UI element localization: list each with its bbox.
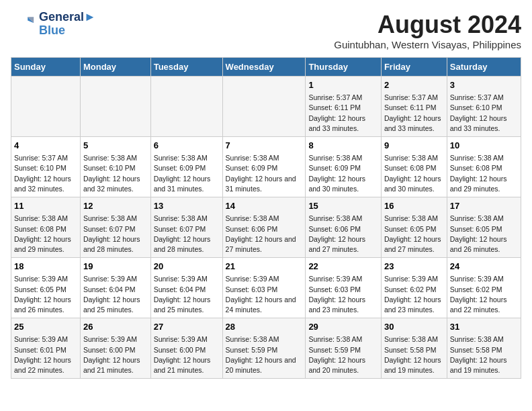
day-content: Sunrise: 5:39 AM Sunset: 6:00 PM Dayligh… bbox=[154, 334, 220, 375]
day-content: Sunrise: 5:39 AM Sunset: 6:01 PM Dayligh… bbox=[14, 334, 77, 375]
day-content: Sunrise: 5:38 AM Sunset: 6:07 PM Dayligh… bbox=[83, 214, 148, 255]
calendar-cell: 15Sunrise: 5:38 AM Sunset: 6:06 PM Dayli… bbox=[306, 197, 382, 258]
day-content: Sunrise: 5:38 AM Sunset: 5:58 PM Dayligh… bbox=[450, 334, 518, 375]
calendar-body: 1Sunrise: 5:37 AM Sunset: 6:11 PM Daylig… bbox=[11, 77, 521, 379]
day-number: 3 bbox=[450, 79, 518, 91]
day-number: 11 bbox=[14, 200, 77, 212]
day-content: Sunrise: 5:38 AM Sunset: 6:08 PM Dayligh… bbox=[384, 153, 444, 194]
calendar-cell: 9Sunrise: 5:38 AM Sunset: 6:08 PM Daylig… bbox=[381, 137, 447, 197]
calendar-cell: 28Sunrise: 5:38 AM Sunset: 5:59 PM Dayli… bbox=[222, 318, 306, 379]
header-cell-monday: Monday bbox=[80, 58, 150, 77]
week-row-1: 1Sunrise: 5:37 AM Sunset: 6:11 PM Daylig… bbox=[11, 77, 521, 137]
day-content: Sunrise: 5:39 AM Sunset: 6:04 PM Dayligh… bbox=[154, 274, 220, 315]
day-number: 29 bbox=[308, 321, 378, 333]
calendar-cell: 18Sunrise: 5:39 AM Sunset: 6:05 PM Dayli… bbox=[11, 258, 81, 318]
calendar-cell: 7Sunrise: 5:38 AM Sunset: 6:09 PM Daylig… bbox=[222, 137, 306, 197]
day-number: 28 bbox=[226, 321, 303, 333]
calendar-cell: 8Sunrise: 5:38 AM Sunset: 6:09 PM Daylig… bbox=[306, 137, 382, 197]
calendar-cell: 4Sunrise: 5:37 AM Sunset: 6:10 PM Daylig… bbox=[11, 137, 81, 197]
calendar-cell: 16Sunrise: 5:38 AM Sunset: 6:05 PM Dayli… bbox=[381, 197, 447, 258]
calendar-cell: 5Sunrise: 5:38 AM Sunset: 6:10 PM Daylig… bbox=[80, 137, 150, 197]
header-cell-friday: Friday bbox=[381, 58, 447, 77]
calendar-header: SundayMondayTuesdayWednesdayThursdayFrid… bbox=[11, 58, 521, 77]
day-number: 19 bbox=[83, 261, 148, 273]
week-row-4: 18Sunrise: 5:39 AM Sunset: 6:05 PM Dayli… bbox=[11, 258, 521, 318]
calendar-cell: 1Sunrise: 5:37 AM Sunset: 6:11 PM Daylig… bbox=[306, 77, 382, 137]
day-number: 13 bbox=[154, 200, 220, 212]
day-content: Sunrise: 5:38 AM Sunset: 6:09 PM Dayligh… bbox=[154, 153, 220, 194]
calendar-cell: 11Sunrise: 5:38 AM Sunset: 6:08 PM Dayli… bbox=[11, 197, 81, 258]
logo: General► Blue bbox=[11, 11, 96, 38]
calendar-cell: 6Sunrise: 5:38 AM Sunset: 6:09 PM Daylig… bbox=[150, 137, 222, 197]
day-content: Sunrise: 5:39 AM Sunset: 6:03 PM Dayligh… bbox=[226, 274, 303, 315]
day-number: 22 bbox=[308, 261, 378, 273]
day-number: 17 bbox=[450, 200, 518, 212]
day-content: Sunrise: 5:38 AM Sunset: 5:59 PM Dayligh… bbox=[226, 334, 303, 375]
calendar-cell: 26Sunrise: 5:39 AM Sunset: 6:00 PM Dayli… bbox=[80, 318, 150, 379]
day-number: 8 bbox=[308, 140, 378, 152]
day-number: 15 bbox=[308, 200, 378, 212]
day-number: 2 bbox=[384, 79, 444, 91]
header-row: SundayMondayTuesdayWednesdayThursdayFrid… bbox=[11, 58, 521, 77]
calendar-cell: 13Sunrise: 5:38 AM Sunset: 6:07 PM Dayli… bbox=[150, 197, 222, 258]
page-header: General► Blue August 2024 Guintubhan, We… bbox=[11, 11, 521, 50]
day-number: 18 bbox=[14, 261, 77, 273]
week-row-3: 11Sunrise: 5:38 AM Sunset: 6:08 PM Dayli… bbox=[11, 197, 521, 258]
day-content: Sunrise: 5:37 AM Sunset: 6:11 PM Dayligh… bbox=[384, 93, 444, 134]
day-content: Sunrise: 5:38 AM Sunset: 6:05 PM Dayligh… bbox=[450, 214, 518, 255]
day-content: Sunrise: 5:37 AM Sunset: 6:10 PM Dayligh… bbox=[14, 153, 77, 194]
header-cell-saturday: Saturday bbox=[447, 58, 521, 77]
day-content: Sunrise: 5:38 AM Sunset: 6:08 PM Dayligh… bbox=[450, 153, 518, 194]
day-number: 4 bbox=[14, 140, 77, 152]
day-content: Sunrise: 5:38 AM Sunset: 6:05 PM Dayligh… bbox=[384, 214, 444, 255]
day-content: Sunrise: 5:39 AM Sunset: 6:04 PM Dayligh… bbox=[83, 274, 148, 315]
day-content: Sunrise: 5:37 AM Sunset: 6:10 PM Dayligh… bbox=[450, 93, 518, 134]
calendar-cell: 24Sunrise: 5:39 AM Sunset: 6:02 PM Dayli… bbox=[447, 258, 521, 318]
title-area: August 2024 Guintubhan, Western Visayas,… bbox=[334, 11, 521, 50]
calendar-cell: 3Sunrise: 5:37 AM Sunset: 6:10 PM Daylig… bbox=[447, 77, 521, 137]
week-row-2: 4Sunrise: 5:37 AM Sunset: 6:10 PM Daylig… bbox=[11, 137, 521, 197]
calendar-cell: 23Sunrise: 5:39 AM Sunset: 6:02 PM Dayli… bbox=[381, 258, 447, 318]
calendar-cell: 10Sunrise: 5:38 AM Sunset: 6:08 PM Dayli… bbox=[447, 137, 521, 197]
calendar-cell bbox=[80, 77, 150, 137]
day-number: 31 bbox=[450, 321, 518, 333]
day-content: Sunrise: 5:38 AM Sunset: 5:59 PM Dayligh… bbox=[308, 334, 378, 375]
day-number: 21 bbox=[226, 261, 303, 273]
calendar-cell: 12Sunrise: 5:38 AM Sunset: 6:07 PM Dayli… bbox=[80, 197, 150, 258]
calendar-cell: 14Sunrise: 5:38 AM Sunset: 6:06 PM Dayli… bbox=[222, 197, 306, 258]
calendar-cell: 17Sunrise: 5:38 AM Sunset: 6:05 PM Dayli… bbox=[447, 197, 521, 258]
calendar-cell: 25Sunrise: 5:39 AM Sunset: 6:01 PM Dayli… bbox=[11, 318, 81, 379]
day-number: 16 bbox=[384, 200, 444, 212]
day-content: Sunrise: 5:38 AM Sunset: 5:58 PM Dayligh… bbox=[384, 334, 444, 375]
day-number: 24 bbox=[450, 261, 518, 273]
day-content: Sunrise: 5:38 AM Sunset: 6:06 PM Dayligh… bbox=[308, 214, 378, 255]
day-content: Sunrise: 5:38 AM Sunset: 6:07 PM Dayligh… bbox=[154, 214, 220, 255]
calendar-cell: 30Sunrise: 5:38 AM Sunset: 5:58 PM Dayli… bbox=[381, 318, 447, 379]
calendar-cell bbox=[222, 77, 306, 137]
day-number: 27 bbox=[154, 321, 220, 333]
day-content: Sunrise: 5:37 AM Sunset: 6:11 PM Dayligh… bbox=[308, 93, 378, 134]
week-row-5: 25Sunrise: 5:39 AM Sunset: 6:01 PM Dayli… bbox=[11, 318, 521, 379]
day-number: 20 bbox=[154, 261, 220, 273]
calendar-cell: 19Sunrise: 5:39 AM Sunset: 6:04 PM Dayli… bbox=[80, 258, 150, 318]
day-content: Sunrise: 5:38 AM Sunset: 6:06 PM Dayligh… bbox=[226, 214, 303, 255]
day-number: 5 bbox=[83, 140, 148, 152]
day-content: Sunrise: 5:38 AM Sunset: 6:08 PM Dayligh… bbox=[14, 214, 77, 255]
day-content: Sunrise: 5:39 AM Sunset: 6:02 PM Dayligh… bbox=[384, 274, 444, 315]
svg-rect-0 bbox=[11, 12, 35, 36]
day-number: 6 bbox=[154, 140, 220, 152]
day-number: 12 bbox=[83, 200, 148, 212]
day-number: 1 bbox=[308, 79, 378, 91]
logo-icon bbox=[11, 12, 35, 36]
header-cell-sunday: Sunday bbox=[11, 58, 81, 77]
calendar-cell: 2Sunrise: 5:37 AM Sunset: 6:11 PM Daylig… bbox=[381, 77, 447, 137]
main-title: August 2024 bbox=[334, 11, 521, 39]
day-number: 30 bbox=[384, 321, 444, 333]
calendar-cell bbox=[11, 77, 81, 137]
day-content: Sunrise: 5:38 AM Sunset: 6:09 PM Dayligh… bbox=[308, 153, 378, 194]
calendar-cell: 22Sunrise: 5:39 AM Sunset: 6:03 PM Dayli… bbox=[306, 258, 382, 318]
day-number: 25 bbox=[14, 321, 77, 333]
day-number: 10 bbox=[450, 140, 518, 152]
day-content: Sunrise: 5:39 AM Sunset: 6:03 PM Dayligh… bbox=[308, 274, 378, 315]
day-number: 9 bbox=[384, 140, 444, 152]
